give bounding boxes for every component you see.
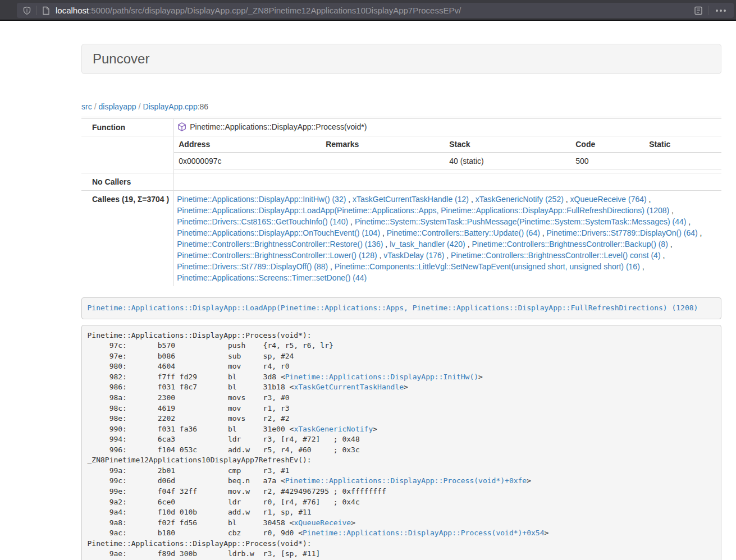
asm-text: 99c: d06d beq.n a7a < xyxy=(88,476,285,485)
largest-callee-box: Pinetime::Applications::DisplayApp::Load… xyxy=(81,297,721,319)
page-info-icon[interactable] xyxy=(42,6,50,15)
tracking-protection-shield-icon[interactable] xyxy=(22,6,31,15)
no-callers-value-cell xyxy=(174,173,721,191)
callee-link[interactable]: Pinetime::Controllers::BrightnessControl… xyxy=(451,251,660,260)
disassembly-box: Pinetime::Applications::DisplayApp::Proc… xyxy=(81,325,721,560)
asm-symbol-link[interactable]: Pinetime::Applications::DisplayApp::Init… xyxy=(285,373,478,381)
symbol-cube-icon xyxy=(177,122,187,132)
load-app-link[interactable]: Pinetime::Applications::DisplayApp::Load… xyxy=(88,304,698,312)
callee-link[interactable]: Pinetime::Drivers::St7789::DisplayOff() … xyxy=(177,262,328,271)
breadcrumb-src[interactable]: src xyxy=(81,102,92,111)
callee-separator: , xyxy=(348,217,355,226)
callee-separator: , xyxy=(444,251,451,260)
remarks-value xyxy=(321,153,445,169)
page-actions-more-icon[interactable] xyxy=(714,10,728,12)
callee-link[interactable]: Pinetime::Components::LittleVgl::SetNewT… xyxy=(335,262,640,271)
no-callers-label: No Callers xyxy=(81,173,174,191)
callee-link[interactable]: Pinetime::Controllers::Battery::Update()… xyxy=(387,228,540,237)
stats-value-row: 0x0000097c 40 (static) 500 xyxy=(174,153,721,169)
asm-text: 9a2: 6ce0 ldr r0, [r4, #76] ; 0x4c xyxy=(88,498,360,506)
browser-toolbar: localhost:5000/path/src/displayapp/Displ… xyxy=(0,0,736,21)
stats-table: Address Remarks Stack Code Static 0x0000… xyxy=(174,136,721,169)
asm-symbol-link[interactable]: Pinetime::Applications::DisplayApp::Proc… xyxy=(303,529,544,537)
content-container: Puncover src/displayapp/DisplayApp.cpp:8… xyxy=(81,21,721,560)
divider xyxy=(81,117,721,117)
callee-link[interactable]: Pinetime::Controllers::BrightnessControl… xyxy=(472,240,668,249)
url-bar[interactable]: localhost:5000/path/src/displayapp/Displ… xyxy=(17,3,734,18)
asm-symbol-link[interactable]: Pinetime::Applications::DisplayApp::Proc… xyxy=(285,476,527,485)
callee-separator: , xyxy=(469,195,476,204)
urlbar-separator xyxy=(36,6,37,15)
breadcrumb-file[interactable]: DisplayApp.cpp xyxy=(143,102,197,111)
callee-separator: , xyxy=(383,240,390,249)
callees-row: Callees (19, Σ=3704 ) Pinetime::Applicat… xyxy=(81,191,721,287)
asm-symbol-link[interactable]: xTaskGenericNotify xyxy=(294,425,373,433)
address-value: 0x0000097c xyxy=(174,153,321,169)
col-code: Code xyxy=(571,136,644,153)
callee-separator: , xyxy=(661,251,665,260)
callee-link[interactable]: Pinetime::Applications::Screens::Timer::… xyxy=(177,273,367,282)
callee-link[interactable]: Pinetime::Drivers::Cst816S::GetTouchInfo… xyxy=(177,217,348,226)
callee-separator: , xyxy=(686,217,691,226)
stats-row-label xyxy=(81,136,174,173)
callee-link[interactable]: xTaskGetCurrentTaskHandle (12) xyxy=(353,195,469,204)
reader-mode-icon[interactable] xyxy=(694,6,703,15)
callee-separator: , xyxy=(377,251,384,260)
asm-text: 9a8: f02f fd56 bl 30458 < xyxy=(88,518,294,527)
callee-link[interactable]: Pinetime::Applications::DisplayApp::Load… xyxy=(177,206,669,215)
callee-link[interactable]: Pinetime::Drivers::St7789::DisplayOn() (… xyxy=(547,228,698,237)
asm-text: 98c: 4619 mov r1, r3 xyxy=(88,404,290,412)
page-title: Puncover xyxy=(93,52,710,66)
callee-link[interactable]: xQueueReceive (764) xyxy=(570,195,647,204)
col-address: Address xyxy=(174,136,321,153)
asm-text: 994: 6ca3 ldr r3, [r4, #72] ; 0x48 xyxy=(88,435,360,443)
callee-separator: , xyxy=(346,195,353,204)
function-label: Function xyxy=(81,119,174,136)
asm-text: 990: f031 fa36 bl 31e00 < xyxy=(88,425,294,433)
asm-text: 980: 4604 mov r4, r0 xyxy=(88,362,290,370)
col-stack: Stack xyxy=(445,136,571,153)
callee-separator: , xyxy=(647,195,651,204)
callee-link[interactable]: Pinetime::Controllers::BrightnessControl… xyxy=(177,240,383,249)
callee-link[interactable]: Pinetime::Applications::DisplayApp::Init… xyxy=(177,195,346,204)
url-text[interactable]: localhost:5000/path/src/displayapp/Displ… xyxy=(56,6,694,15)
stats-table-cell: Address Remarks Stack Code Static 0x0000… xyxy=(174,136,721,173)
asm-symbol-link[interactable]: xQueueReceive xyxy=(294,518,351,527)
symbol-table: Function Pinetime::Applications::Display… xyxy=(81,118,721,286)
app-header-panel: Puncover xyxy=(81,44,721,74)
callee-link[interactable]: Pinetime::Applications::DisplayApp::OnTo… xyxy=(177,228,380,237)
asm-text: Pinetime::Applications::DisplayApp::Proc… xyxy=(88,331,312,339)
callee-separator: , xyxy=(564,195,570,204)
url-host: localhost xyxy=(56,6,89,15)
asm-text: 99e: f04f 32ff mov.w r2, #4294967295 ; 0… xyxy=(88,487,386,495)
col-static: Static xyxy=(644,136,721,153)
asm-text: 986: f031 f8c7 bl 31b18 < xyxy=(88,383,294,391)
asm-symbol-link[interactable]: xTaskGetCurrentTaskHandle xyxy=(294,383,404,391)
callee-link[interactable]: Pinetime::Controllers::BrightnessControl… xyxy=(177,251,377,260)
function-name: Pinetime::Applications::DisplayApp::Proc… xyxy=(190,121,367,132)
callee-separator: , xyxy=(465,240,472,249)
callee-link[interactable]: vTaskDelay (176) xyxy=(383,251,444,260)
callee-separator: , xyxy=(540,228,547,237)
breadcrumb-line-number: :86 xyxy=(198,102,208,111)
asm-text: 9a4: f10d 010b add.w r1, sp, #11 xyxy=(88,508,312,516)
function-row: Function Pinetime::Applications::Display… xyxy=(81,119,721,136)
asm-text: 996: f104 053c add.w r5, r4, #60 ; 0x3c xyxy=(88,446,360,454)
callee-link[interactable]: lv_task_handler (420) xyxy=(390,240,465,249)
callees-list: Pinetime::Applications::DisplayApp::Init… xyxy=(174,191,721,287)
asm-text: 99a: 2b01 cmp r3, #1 xyxy=(88,466,290,475)
url-path: :5000/path/src/displayapp/DisplayApp.cpp… xyxy=(89,6,461,15)
callee-separator: , xyxy=(328,262,335,271)
callee-separator: , xyxy=(668,240,673,249)
function-value-cell: Pinetime::Applications::DisplayApp::Proc… xyxy=(174,119,721,136)
callee-link[interactable]: Pinetime::System::SystemTask::PushMessag… xyxy=(355,217,687,226)
asm-text: > xyxy=(351,518,355,527)
asm-text: _ZN8Pinetime12Applications10DisplayApp7R… xyxy=(88,456,312,464)
callee-separator: , xyxy=(640,262,644,271)
asm-text: > xyxy=(478,373,483,381)
code-value: 500 xyxy=(571,153,644,169)
breadcrumb-displayapp[interactable]: displayapp xyxy=(99,102,136,111)
no-callers-row: No Callers xyxy=(81,173,721,191)
asm-text: > xyxy=(545,529,549,537)
callee-link[interactable]: xTaskGenericNotify (252) xyxy=(476,195,564,204)
